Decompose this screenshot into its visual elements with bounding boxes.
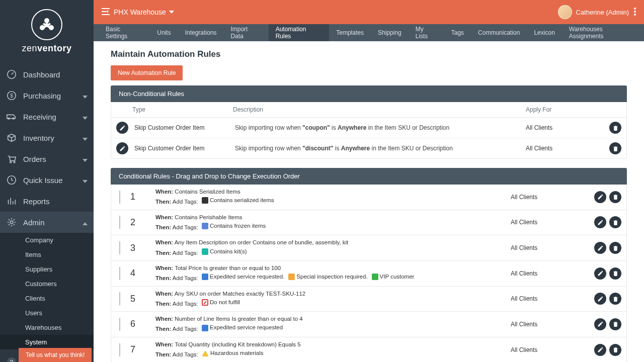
chevron-up-icon bbox=[83, 218, 88, 227]
delete-button[interactable] bbox=[609, 293, 621, 305]
subnav-item-clients[interactable]: Clients bbox=[0, 291, 94, 306]
cond-apply-for: All Clients bbox=[511, 321, 581, 328]
tab-basic-settings[interactable]: Basic Settings bbox=[99, 24, 150, 41]
tag-chip: Do not fulfill bbox=[202, 298, 240, 307]
delete-button[interactable] bbox=[609, 242, 621, 254]
receiving-icon bbox=[5, 110, 18, 123]
nav-item-receiving[interactable]: Receiving bbox=[0, 106, 94, 127]
order-number: 3 bbox=[130, 243, 155, 253]
topbar: PHX Warehouse Catherine (Admin) bbox=[94, 0, 644, 24]
edit-button[interactable] bbox=[116, 142, 128, 154]
nav-item-admin[interactable]: Admin bbox=[0, 212, 94, 233]
subnav-item-warehouses[interactable]: Warehouses bbox=[0, 320, 94, 335]
ti-vip-icon bbox=[372, 274, 378, 280]
delete-button[interactable] bbox=[609, 318, 621, 330]
drag-handle[interactable] bbox=[119, 318, 120, 331]
inventory-icon bbox=[5, 131, 18, 144]
svg-marker-16 bbox=[83, 159, 88, 162]
svg-point-15 bbox=[14, 161, 15, 163]
edit-button[interactable] bbox=[594, 318, 606, 330]
cond-section-header: Conditional Rules - Drag and Drop to Cha… bbox=[111, 168, 627, 185]
subnav-item-company[interactable]: Company bbox=[0, 233, 94, 247]
sidebar-toggle-icon[interactable] bbox=[102, 8, 110, 17]
ti-plane-icon bbox=[202, 274, 208, 280]
drag-handle[interactable] bbox=[119, 241, 120, 254]
nav-item-quick-issue[interactable]: Quick Issue bbox=[0, 169, 94, 191]
tab-import-data[interactable]: Import Data bbox=[223, 24, 268, 41]
nav-item-inventory[interactable]: Inventory bbox=[0, 127, 94, 148]
tab-communication[interactable]: Communication bbox=[471, 24, 527, 41]
subnav-item-customers[interactable]: Customers bbox=[0, 277, 94, 291]
logo-area: zenventory bbox=[0, 0, 94, 58]
subnav-item-suppliers[interactable]: Suppliers bbox=[0, 262, 94, 277]
svg-marker-27 bbox=[169, 11, 174, 14]
nav-label: Reports bbox=[23, 197, 50, 206]
warehouse-selector[interactable]: PHX Warehouse bbox=[114, 8, 174, 16]
edit-button[interactable] bbox=[594, 216, 606, 228]
nav-label: Orders bbox=[23, 155, 46, 163]
svg-rect-24 bbox=[102, 11, 107, 12]
svg-marker-9 bbox=[83, 96, 88, 99]
orders-icon bbox=[5, 152, 18, 165]
nc-row: Skip Customer Order ItemSkip importing r… bbox=[111, 118, 626, 138]
feedback-button[interactable]: Tell us what you think! bbox=[19, 348, 92, 362]
cond-body: When: Any SKU on order Matches exactly T… bbox=[155, 290, 511, 309]
nc-type: Skip Customer Order Item bbox=[134, 124, 235, 131]
tab-tags[interactable]: Tags bbox=[444, 24, 471, 41]
drag-handle[interactable] bbox=[119, 267, 120, 280]
tab-integrations[interactable]: Integrations bbox=[178, 24, 224, 41]
tab-my-lists[interactable]: My Lists bbox=[409, 24, 444, 41]
nc-apply-for: All Clients bbox=[526, 145, 596, 152]
edit-button[interactable] bbox=[594, 242, 606, 254]
tag-chip: Hazardous materials bbox=[202, 349, 263, 357]
cond-table: 1When: Contains Serialized ItemsThen: Ad… bbox=[111, 185, 627, 362]
new-rule-button[interactable]: New Automation Rule bbox=[111, 65, 183, 80]
ti-box-icon bbox=[202, 248, 208, 255]
delete-button[interactable] bbox=[609, 344, 621, 356]
nav-item-orders[interactable]: Orders bbox=[0, 148, 94, 169]
nav-item-reports[interactable]: Reports bbox=[0, 191, 94, 212]
avatar[interactable] bbox=[558, 5, 572, 19]
tab-units[interactable]: Units bbox=[150, 24, 178, 41]
tab-warehouses-assignments[interactable]: Warehouses Assignments bbox=[562, 24, 644, 41]
drag-handle[interactable] bbox=[119, 216, 120, 229]
tab-templates[interactable]: Templates bbox=[329, 24, 371, 41]
edit-button[interactable] bbox=[594, 267, 606, 280]
subnav-item-items[interactable]: Items bbox=[0, 247, 94, 262]
drag-handle[interactable] bbox=[119, 292, 120, 305]
tab-lexicon[interactable]: Lexicon bbox=[527, 24, 561, 41]
tag-chip: Contains serialized items bbox=[202, 196, 274, 205]
nav-item-dashboard[interactable]: Dashboard bbox=[0, 64, 94, 85]
edit-button[interactable] bbox=[594, 191, 606, 203]
drag-handle[interactable] bbox=[119, 191, 120, 204]
subnav-item-users[interactable]: Users bbox=[0, 306, 94, 320]
edit-button[interactable] bbox=[116, 122, 128, 134]
tab-automation-rules[interactable]: Automation Rules bbox=[269, 24, 330, 41]
chevron-down-icon bbox=[83, 92, 88, 100]
chevron-down-icon bbox=[83, 176, 88, 185]
cond-row: 6When: Number of Line Items Is greater t… bbox=[111, 312, 626, 337]
delete-button[interactable] bbox=[609, 122, 621, 134]
nc-table-head: Type Description Apply For bbox=[111, 102, 626, 118]
delete-button[interactable] bbox=[609, 191, 621, 203]
ti-qr-icon bbox=[202, 197, 208, 204]
delete-button[interactable] bbox=[609, 216, 621, 228]
nav-item-purchasing[interactable]: $Purchasing bbox=[0, 85, 94, 106]
order-number: 7 bbox=[130, 344, 155, 355]
tab-shipping[interactable]: Shipping bbox=[371, 24, 409, 41]
quick-issue-icon bbox=[5, 173, 18, 187]
delete-button[interactable] bbox=[609, 142, 621, 154]
edit-button[interactable] bbox=[594, 293, 606, 305]
drag-handle[interactable] bbox=[119, 343, 120, 356]
nav-label: Purchasing bbox=[23, 92, 61, 100]
cond-body: When: Contains Serialized ItemsThen: Add… bbox=[155, 188, 511, 207]
user-menu-icon[interactable] bbox=[634, 8, 636, 17]
delete-button[interactable] bbox=[609, 267, 621, 280]
svg-point-29 bbox=[634, 11, 636, 13]
cond-body: When: Number of Line Items Is greater th… bbox=[155, 315, 511, 334]
edit-button[interactable] bbox=[594, 344, 606, 356]
svg-text:$: $ bbox=[10, 93, 13, 99]
subnav-item-system[interactable]: System bbox=[0, 335, 94, 349]
ti-warn-icon bbox=[202, 350, 209, 356]
svg-text:?: ? bbox=[10, 358, 14, 362]
